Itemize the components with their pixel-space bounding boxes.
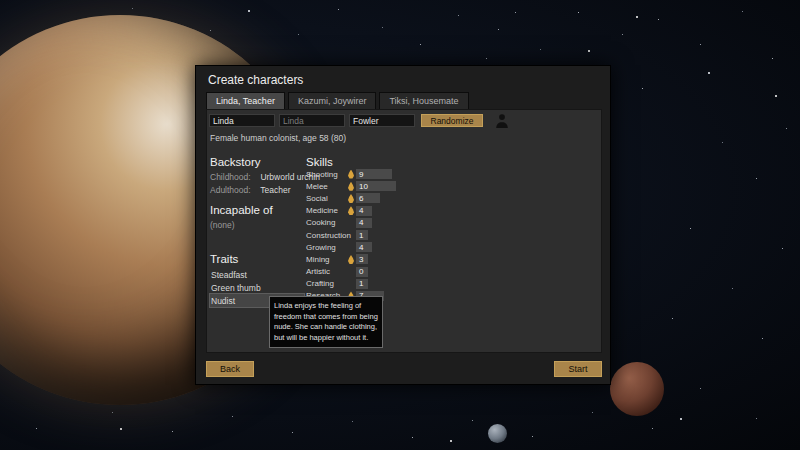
skill-bar: 4 <box>356 206 372 216</box>
skill-bar: 3 <box>356 254 368 264</box>
large-moon <box>610 362 664 416</box>
skill-row: Crafting 1 <box>306 278 536 290</box>
skill-level: 10 <box>356 182 368 191</box>
skill-name: Melee <box>306 182 348 191</box>
skill-level: 3 <box>356 255 363 264</box>
skill-level: 4 <box>356 243 363 252</box>
skill-bar: 1 <box>356 279 368 289</box>
trait-item-steadfast[interactable]: Steadfast <box>210 268 304 281</box>
passion-flame-icon <box>348 182 354 191</box>
adulthood-label: Adulthood: <box>210 185 258 195</box>
skill-level: 1 <box>356 279 363 288</box>
start-button[interactable]: Start <box>554 361 602 377</box>
skill-level: 6 <box>356 194 363 203</box>
skill-name: Shooting <box>306 170 348 179</box>
skill-bar: 4 <box>356 218 372 228</box>
passion-flame-icon <box>348 255 354 264</box>
character-panel: Randomize Female human colonist, age 58 … <box>206 109 602 353</box>
skill-row: Social 6 <box>306 192 536 204</box>
dialog-create-characters: Create characters Linda, Teacher Kazumi,… <box>195 65 611 385</box>
adulthood-value[interactable]: Teacher <box>260 185 290 195</box>
skill-name: Crafting <box>306 279 348 288</box>
skill-level: 0 <box>356 267 363 276</box>
character-tabs: Linda, Teacher Kazumi, Joywirer Tiksi, H… <box>206 92 469 109</box>
skill-row: Growing 4 <box>306 241 536 253</box>
skill-row: Mining 3 <box>306 253 536 265</box>
skill-name: Construction <box>306 231 348 240</box>
tab-tiksi-housemate[interactable]: Tiksi, Housemate <box>379 92 468 109</box>
skill-name: Social <box>306 194 348 203</box>
skill-row: Medicine 4 <box>306 205 536 217</box>
trait-item-green-thumb[interactable]: Green thumb <box>210 281 304 294</box>
randomize-button[interactable]: Randomize <box>421 114 483 127</box>
skill-bar: 6 <box>356 193 380 203</box>
passion-flame-icon <box>348 206 354 215</box>
skill-bar: 9 <box>356 169 392 179</box>
small-moon <box>488 424 507 443</box>
skill-bar: 0 <box>356 267 368 277</box>
last-name-field[interactable] <box>349 114 415 127</box>
skill-level: 1 <box>356 231 363 240</box>
skill-name: Medicine <box>306 206 348 215</box>
nickname-field[interactable] <box>279 114 345 127</box>
traits-heading: Traits <box>210 253 238 265</box>
skill-row: Shooting 9 <box>306 168 536 180</box>
backstory-row-adulthood: Adulthood: Teacher <box>210 185 290 195</box>
trait-tooltip: Linda enjoys the feeling of freedom that… <box>269 296 383 348</box>
passion-flame-icon <box>348 170 354 179</box>
skill-bar: 10 <box>356 181 396 191</box>
skill-bar: 1 <box>356 230 368 240</box>
skill-level: 4 <box>356 218 363 227</box>
incapable-value: (none) <box>210 220 235 230</box>
backstory-heading: Backstory <box>210 156 261 168</box>
skill-name: Growing <box>306 243 348 252</box>
skill-row: Construction 1 <box>306 229 536 241</box>
skill-row: Artistic 0 <box>306 266 536 278</box>
skills-list: Shooting 9 Melee 10 Social 6 Medicine 4 … <box>306 168 536 302</box>
bio-line: Female human colonist, age 58 (80) <box>210 133 346 143</box>
page-title: Create characters <box>208 73 303 87</box>
back-button[interactable]: Back <box>206 361 254 377</box>
skills-heading: Skills <box>306 156 333 168</box>
bright-stars-layer <box>0 0 2 2</box>
incapable-heading: Incapable of <box>210 204 273 216</box>
childhood-label: Childhood: <box>210 172 258 182</box>
skill-name: Mining <box>306 255 348 264</box>
skill-level: 9 <box>356 170 363 179</box>
person-icon <box>495 113 509 128</box>
skill-name: Artistic <box>306 267 348 276</box>
tab-kazumi-joywirer[interactable]: Kazumi, Joywirer <box>288 92 377 109</box>
skill-bar: 4 <box>356 242 372 252</box>
backstory-row-childhood: Childhood: Urbworld urchin <box>210 172 320 182</box>
tab-linda-teacher[interactable]: Linda, Teacher <box>206 92 285 109</box>
passion-flame-icon <box>348 194 354 203</box>
skill-row: Cooking 4 <box>306 217 536 229</box>
skill-level: 4 <box>356 206 363 215</box>
skill-name: Cooking <box>306 218 348 227</box>
skill-row: Melee 10 <box>306 180 536 192</box>
first-name-field[interactable] <box>209 114 275 127</box>
